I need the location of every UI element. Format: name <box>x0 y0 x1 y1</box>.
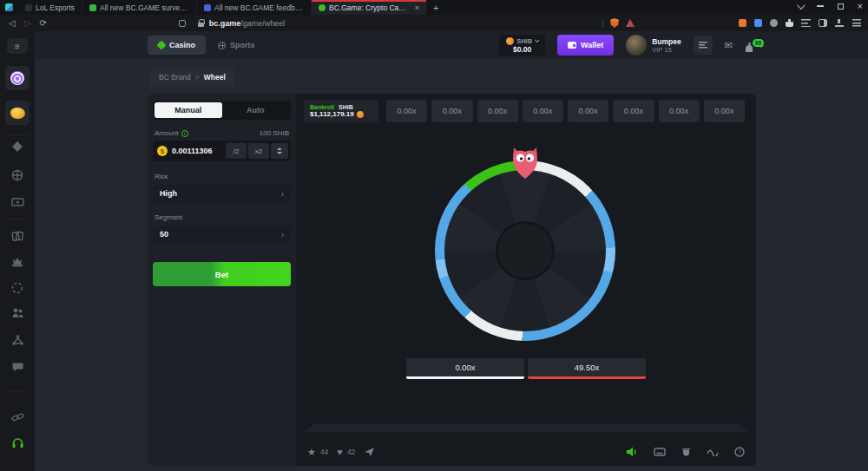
breadcrumb-separator: > <box>195 73 200 82</box>
url-host: bc.game <box>209 19 241 28</box>
bankroll-value: $1,112,179.19 <box>310 110 354 118</box>
url-path: /game/wheel <box>240 19 285 28</box>
multiplier-chip[interactable]: 0.00x <box>613 100 654 122</box>
amount-stepper[interactable] <box>271 143 288 159</box>
wallet-label: Wallet <box>581 41 603 49</box>
coin-icon: $ <box>157 146 168 156</box>
reading-list-icon[interactable] <box>801 19 811 27</box>
breadcrumb-section[interactable]: BC Brand <box>159 73 191 82</box>
result-chip[interactable]: 0.00x <box>406 358 524 379</box>
rail-item-friends[interactable] <box>0 307 35 318</box>
multiplier-chip[interactable]: 0.00x <box>523 100 563 122</box>
extensions-puzzle-icon[interactable] <box>786 19 793 27</box>
live-stats-icon[interactable] <box>707 448 719 456</box>
divider <box>7 134 28 135</box>
browser-menu-icon[interactable] <box>852 19 861 27</box>
currency-balance: $0.00 <box>513 45 531 54</box>
sound-on-icon[interactable] <box>626 447 638 457</box>
window-dropdown-icon[interactable] <box>797 1 806 10</box>
browser-tab[interactable]: All new BC.GAME survey & feedback <box>82 0 197 15</box>
rail-item-casino[interactable] <box>0 141 35 153</box>
multiplier-chip[interactable]: 0.00x <box>386 100 427 122</box>
svg-text:?: ? <box>738 448 741 455</box>
rail-item-forum[interactable] <box>0 362 35 373</box>
multiplier-chip[interactable]: 0.00x <box>704 100 745 122</box>
like-count: 42 <box>347 448 355 456</box>
window-minimize-button[interactable] <box>817 5 824 7</box>
lock-icon[interactable] <box>198 19 204 27</box>
left-rail: ≡ <box>0 31 35 471</box>
multiplier-chip[interactable]: 0.00x <box>568 100 608 122</box>
multiplier-chip[interactable]: 0.00x <box>659 100 700 122</box>
favicon-survey <box>89 4 96 11</box>
adblock-shield-icon[interactable] <box>610 18 619 28</box>
rail-item-bonus[interactable] <box>0 282 35 294</box>
extension-icon[interactable] <box>739 19 746 27</box>
like-heart-icon[interactable]: ♥ <box>337 447 343 457</box>
split-view-icon[interactable] <box>819 19 827 27</box>
rail-item-vip[interactable] <box>0 256 35 267</box>
user-profile[interactable]: Bumpee VIP 15 <box>626 35 681 56</box>
multiplier-chip[interactable]: 0.00x <box>431 100 472 122</box>
browser-tab[interactable]: All new BC.GAME feedback <box>197 0 312 15</box>
sidebar-menu-button[interactable]: ≡ <box>7 38 28 54</box>
warning-triangle-icon[interactable] <box>626 19 635 27</box>
game-footer: ★ 44 ♥ 42 ? <box>296 438 756 466</box>
nav-casino[interactable]: Casino <box>148 36 206 55</box>
double-amount-button[interactable]: x2 <box>248 143 269 159</box>
tab-close-icon[interactable]: × <box>415 3 419 12</box>
side-panel-icon[interactable] <box>179 20 186 27</box>
forward-button[interactable]: ▷ <box>24 18 31 28</box>
browser-tab-active[interactable]: BC.Game: Crypto Casino Games & × <box>312 0 426 15</box>
back-button[interactable]: ◁ <box>9 18 16 28</box>
wallet-button[interactable]: Wallet <box>557 35 614 56</box>
help-icon[interactable]: ? <box>734 447 745 457</box>
downloads-icon[interactable] <box>835 19 844 27</box>
rail-item-sports[interactable] <box>0 169 35 181</box>
extension-icon[interactable] <box>754 19 762 27</box>
window-close-button[interactable]: × <box>858 2 863 10</box>
new-tab-button[interactable]: + <box>426 3 445 13</box>
rail-item-affiliate[interactable] <box>0 334 35 346</box>
rewards-coins-icon[interactable] <box>5 101 30 125</box>
reload-button[interactable]: ⟳ <box>39 18 46 28</box>
multiplier-chip[interactable]: 0.00x <box>477 100 518 122</box>
promo-target-icon[interactable] <box>5 66 30 90</box>
workspace-icon[interactable] <box>5 3 13 11</box>
fairness-seed-icon[interactable] <box>681 447 691 457</box>
step-down-icon[interactable] <box>277 152 282 154</box>
rail-item-cards[interactable] <box>0 230 35 242</box>
rail-item-support[interactable] <box>0 437 35 449</box>
cards-icon <box>11 230 23 242</box>
segment-select[interactable]: 50 › <box>153 226 291 243</box>
address-bar[interactable]: bc.game/game/wheel <box>209 19 286 28</box>
half-amount-button[interactable]: /2 <box>226 143 247 159</box>
extension-icon[interactable] <box>770 19 778 27</box>
basketball-icon <box>218 42 226 49</box>
risk-select[interactable]: High › <box>153 185 291 202</box>
notification-badge: 99 <box>753 39 764 47</box>
dashed-circle-icon <box>11 282 23 294</box>
messages-button[interactable]: ✉ <box>725 40 733 51</box>
nav-sports[interactable]: Sports <box>218 41 255 49</box>
info-icon[interactable]: i <box>181 130 188 137</box>
chain-link-icon <box>11 411 24 423</box>
result-chip[interactable]: 49.50x <box>528 358 646 379</box>
amount-input[interactable]: $ 0.00111306 /2 x2 <box>153 141 291 161</box>
friends-icon <box>11 307 24 318</box>
window-restore-button[interactable] <box>838 3 844 10</box>
rail-item-links[interactable] <box>0 411 35 423</box>
rail-item-cash[interactable] <box>0 197 35 207</box>
amount-value[interactable]: 0.00111306 <box>172 147 224 155</box>
avatar[interactable] <box>626 35 647 56</box>
share-icon[interactable] <box>364 447 375 457</box>
favorite-star-icon[interactable]: ★ <box>307 447 316 458</box>
tab-auto[interactable]: Auto <box>222 102 290 118</box>
bet-button[interactable]: Bet <box>153 262 291 286</box>
step-up-icon[interactable] <box>277 147 282 150</box>
browser-tab[interactable]: LoL Esports <box>18 0 82 15</box>
tab-manual[interactable]: Manual <box>155 102 222 118</box>
hotkeys-icon[interactable] <box>654 448 666 456</box>
leaderboard-button[interactable] <box>694 36 713 55</box>
currency-selector[interactable]: SHIB $0.00 <box>499 35 545 56</box>
